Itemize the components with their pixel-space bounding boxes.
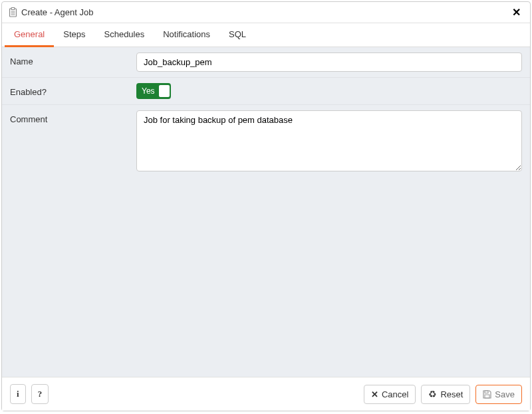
enabled-label: Enabled? — [10, 83, 136, 97]
info-button[interactable]: i — [10, 384, 26, 404]
dialog-title: Create - Agent Job — [21, 7, 93, 17]
clipboard-icon — [9, 7, 17, 17]
svg-rect-6 — [485, 395, 489, 398]
dialog-body: Name Enabled? Yes Comment — [2, 47, 530, 377]
name-input[interactable] — [136, 52, 522, 72]
help-icon: ? — [38, 389, 43, 399]
reset-button[interactable]: ♻ Reset — [421, 385, 470, 404]
tab-general[interactable]: General — [5, 23, 54, 47]
save-icon — [483, 390, 491, 399]
toggle-knob — [159, 85, 170, 97]
reset-label: Reset — [440, 389, 463, 399]
reset-icon: ♻ — [428, 389, 437, 399]
comment-textarea[interactable] — [136, 110, 522, 171]
header-left: Create - Agent Job — [9, 7, 93, 17]
dialog-footer: i ? ✕ Cancel ♻ Reset — [2, 377, 530, 411]
comment-row: Comment — [2, 105, 530, 179]
tab-steps[interactable]: Steps — [54, 23, 94, 47]
save-button[interactable]: Save — [475, 385, 522, 404]
footer-right: ✕ Cancel ♻ Reset Save — [364, 385, 522, 404]
svg-rect-1 — [11, 8, 15, 10]
enabled-row: Enabled? Yes — [2, 78, 530, 105]
name-row: Name — [2, 47, 530, 78]
comment-control — [136, 110, 522, 173]
tab-schedules[interactable]: Schedules — [95, 23, 154, 47]
close-icon[interactable]: ✕ — [509, 6, 523, 19]
tab-sql[interactable]: SQL — [219, 23, 255, 47]
create-agent-job-dialog: Create - Agent Job ✕ General Steps Sched… — [1, 1, 531, 411]
tab-notifications[interactable]: Notifications — [154, 23, 219, 47]
enabled-control: Yes — [136, 83, 522, 99]
help-button[interactable]: ? — [31, 384, 49, 404]
name-label: Name — [10, 52, 136, 66]
enabled-toggle[interactable]: Yes — [136, 83, 171, 99]
enabled-toggle-label: Yes — [142, 86, 155, 96]
footer-left: i ? — [10, 384, 49, 404]
cancel-icon: ✕ — [371, 389, 378, 399]
cancel-button[interactable]: ✕ Cancel — [364, 385, 416, 404]
name-control — [136, 52, 522, 72]
cancel-label: Cancel — [382, 389, 408, 399]
dialog-header: Create - Agent Job ✕ — [2, 2, 530, 23]
save-label: Save — [495, 389, 515, 399]
tabs: General Steps Schedules Notifications SQ… — [2, 23, 530, 47]
comment-label: Comment — [10, 110, 136, 124]
info-icon: i — [17, 389, 19, 399]
